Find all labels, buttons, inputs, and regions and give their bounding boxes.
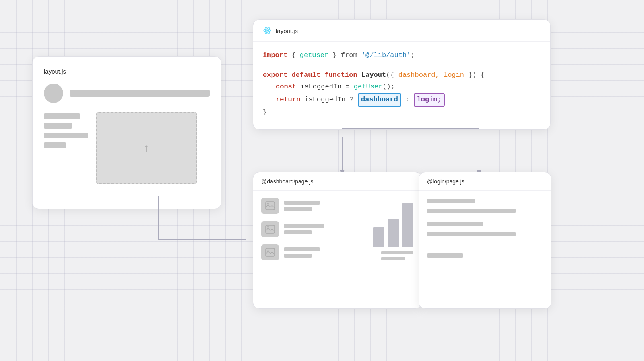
isloggedin-ref: isLoggedIn [304, 94, 345, 106]
dash-line-2b [284, 230, 312, 234]
upload-arrow-icon: ↑ [144, 142, 149, 154]
code-line-return: return isLoggedIn ? dashboard : login; [263, 93, 541, 107]
left-card-connector [157, 196, 250, 244]
dash-row-1 [261, 198, 355, 214]
isloggedin-var: isLoggedIn [300, 81, 341, 93]
dash-img-1 [261, 198, 279, 214]
dash-line-3a [284, 247, 320, 251]
code-line-const: const isLoggedIn = getUser () ; [263, 81, 541, 93]
wireframe-line-3 [44, 133, 88, 138]
login-line-5 [427, 253, 463, 258]
dash-row-2 [261, 221, 355, 237]
image-placeholder-icon-2 [265, 225, 275, 234]
image-placeholder-icon [265, 201, 275, 210]
bar-1 [373, 227, 384, 247]
code-line-export: export default function Layout ({ dashbo… [263, 70, 541, 81]
code-block: import { getUser } from '@/lib/auth' ; e… [253, 42, 550, 129]
login-param: login [444, 70, 464, 81]
default-keyword: default [291, 70, 320, 81]
wireframe-image-placeholder: ↑ [96, 112, 197, 184]
dashboard-param: dashboard, [398, 70, 440, 81]
login-card-body [419, 191, 551, 266]
login-line-4 [427, 232, 516, 236]
import-path: '@/lib/auth' [361, 51, 411, 59]
react-icon [263, 26, 272, 35]
dash-text-lines-2 [284, 224, 324, 234]
export-keyword: export [263, 70, 287, 81]
code-line-close: } [263, 107, 541, 119]
bar-chart [373, 200, 413, 248]
dashboard-list [261, 198, 355, 260]
login-line-1 [427, 199, 475, 203]
bar-3 [402, 203, 413, 247]
code-card-filename: layout.js [276, 27, 298, 34]
login-line-2 [427, 209, 516, 213]
call-semi: ; [391, 81, 395, 93]
left-wireframe-card: layout.js ↑ [32, 56, 221, 209]
code-card-header: layout.js [253, 20, 550, 42]
dash-img-3 [261, 244, 279, 260]
login-card-filename: @login/page.js [427, 178, 464, 185]
wireframe-text-lines [44, 112, 88, 184]
dashboard-highlight: dashboard [358, 93, 401, 107]
svg-point-5 [266, 30, 268, 31]
dash-img-2 [261, 221, 279, 237]
code-card: layout.js import { getUser } from '@/lib… [253, 19, 551, 130]
chart-label-1 [381, 251, 413, 254]
wireframe-line-4 [44, 142, 66, 148]
wireframe-content: ↑ [44, 112, 210, 184]
return-keyword: return [276, 94, 300, 106]
layout-funcname: Layout [361, 70, 386, 81]
dash-line-1a [284, 201, 320, 205]
wireframe-line-1 [44, 113, 80, 119]
login-highlight: login; [414, 93, 445, 107]
const-keyword: const [276, 81, 296, 93]
dash-text-lines-1 [284, 201, 320, 211]
getuser-fn: getUser [300, 50, 328, 62]
login-line-3 [427, 222, 483, 226]
dashboard-card-body [253, 191, 421, 268]
dash-row-3 [261, 244, 355, 260]
wireframe-line-2 [44, 123, 72, 129]
dash-text-lines-3 [284, 247, 320, 258]
login-card: @login/page.js [419, 172, 551, 309]
image-placeholder-icon-3 [265, 248, 275, 257]
dash-line-2a [284, 224, 324, 228]
block-close: } [263, 107, 267, 119]
chart-bottom-lines [381, 251, 413, 260]
dash-line-1b [284, 207, 312, 211]
login-card-header: @login/page.js [419, 172, 551, 191]
dash-line-3b [284, 254, 312, 258]
function-keyword: function [324, 70, 357, 81]
dashboard-card-header: @dashboard/page.js [253, 172, 421, 191]
dashboard-card: @dashboard/page.js [253, 172, 422, 309]
wireframe-avatar [44, 84, 63, 103]
dashboard-chart [361, 198, 413, 260]
bar-2 [388, 219, 399, 247]
import-semi: ; [411, 50, 415, 62]
code-line-import: import { getUser } from '@/lib/auth' ; [263, 50, 541, 62]
wireframe-nav-bar [70, 90, 210, 97]
chart-label-2 [381, 257, 405, 260]
getuser-call: getUser [354, 81, 382, 93]
from-keyword: from [341, 50, 357, 62]
wireframe-header [44, 84, 210, 103]
left-card-title: layout.js [44, 68, 210, 75]
dashboard-card-filename: @dashboard/page.js [261, 178, 313, 185]
import-keyword: import [263, 50, 287, 62]
call-parens: () [382, 81, 390, 93]
